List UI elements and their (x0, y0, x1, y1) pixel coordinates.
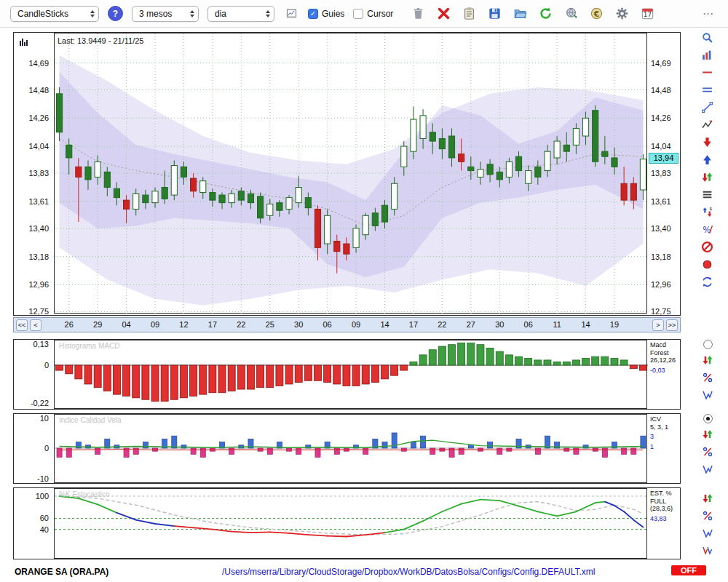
toolbar-overflow-button[interactable]: ⋯ (703, 7, 713, 20)
stochastic-plot[interactable]: %K Estocastico (54, 488, 647, 559)
trash-icon[interactable] (409, 6, 427, 22)
open-folder-icon[interactable] (511, 6, 529, 22)
percent-icon[interactable] (697, 509, 719, 522)
price-tick: 14,04 (28, 142, 49, 151)
trend-line-icon[interactable] (695, 100, 719, 115)
svg-text:17: 17 (644, 11, 652, 18)
interval-select[interactable]: dia (207, 6, 274, 22)
date-label: 30 (495, 320, 504, 329)
record-icon[interactable] (695, 257, 719, 272)
refresh-icon[interactable] (537, 6, 554, 22)
sync-icon[interactable] (695, 274, 719, 290)
euro-globe-icon[interactable]: € (587, 6, 605, 22)
date-label: 22 (438, 320, 446, 329)
date-label: 06 (524, 320, 533, 329)
macd-panel: 0,130-0,22 Histograma MACD Macd Forest 2… (13, 339, 681, 410)
save-icon[interactable] (486, 6, 503, 22)
date-label: 25 (266, 320, 274, 329)
macd-plot[interactable]: Histograma MACD (54, 340, 647, 409)
buy-sell-arrows-icon[interactable] (695, 170, 719, 185)
price-axis-left: 14,6914,4814,2614,0413,8313,6113,4013,18… (14, 33, 54, 315)
date-axis: << < 26290409121722253006091417222730061… (13, 317, 681, 332)
icv-chart (55, 415, 648, 482)
price-tick: 12,96 (651, 280, 671, 289)
scroll-next-button[interactable]: > (652, 319, 664, 331)
checkbox-box (353, 9, 363, 19)
buy-arrow-icon[interactable] (695, 152, 719, 167)
zigzag-icon[interactable] (695, 117, 719, 132)
vv-line-icon[interactable] (697, 544, 719, 557)
chart-type-select[interactable]: CandleSticks (10, 6, 99, 22)
candlestick-plot[interactable] (54, 33, 647, 314)
download-globe-icon[interactable] (562, 6, 579, 22)
price-tick: 14,26 (651, 113, 671, 122)
buy-sell-arrows-icon[interactable] (697, 492, 719, 505)
macd-radio[interactable] (703, 340, 713, 349)
macd-info: Macd Forest 26,12,26 -0,03 (650, 341, 681, 374)
help-button[interactable]: ? (108, 6, 123, 21)
icv-panel: 100-10 Indice Calidad Vela ICV 5, 3, 1 3… (13, 413, 681, 484)
last-price-label: Last: 13.9449 - 21/11/25 (58, 36, 143, 45)
checkbox-box: ✓ (308, 9, 318, 19)
buy-sell-arrows-icon[interactable] (697, 354, 719, 367)
arrows-scale-icon[interactable]: $ (695, 204, 719, 220)
settings-gear-icon[interactable] (613, 6, 630, 22)
date-label: 26 (65, 320, 74, 329)
date-label: 27 (467, 320, 475, 329)
svg-text:$: $ (709, 206, 712, 212)
chart-mini-button[interactable] (283, 7, 299, 20)
stochastic-tick: 40 (40, 525, 49, 534)
price-chart-panel: Last: 13.9449 - 21/11/25 14,6914,4814,26… (13, 32, 681, 316)
chevron-updown-icon (186, 10, 194, 17)
date-label: 30 (294, 320, 303, 329)
chevron-updown-icon (261, 10, 270, 17)
percent-lines-icon[interactable]: % (695, 222, 719, 237)
macd-tick: -0,22 (31, 399, 49, 407)
icv-radio[interactable] (703, 414, 713, 423)
macd-tick: 0 (44, 361, 49, 370)
sell-arrow-icon[interactable] (695, 135, 719, 150)
icv-value: 1 (650, 443, 681, 451)
config-path-link[interactable]: /Users/mserra/Library/CloudStorage/Dropb… (222, 567, 595, 577)
stochastic-info-line: FULL (650, 498, 681, 506)
volume-chart-icon[interactable] (695, 47, 719, 63)
price-tick: 14,48 (28, 86, 49, 95)
cursor-checkbox[interactable]: Cursor (353, 9, 393, 19)
macd-watermark: Histograma MACD (59, 342, 119, 350)
parallel-lines-icon[interactable] (695, 82, 719, 97)
forbidden-icon[interactable] (695, 239, 719, 255)
price-tick: 13,40 (28, 224, 49, 233)
period-select[interactable]: 3 mesos (132, 6, 199, 22)
calendar-icon[interactable]: 17 (638, 6, 656, 22)
guies-checkbox[interactable]: ✓ Guies (308, 9, 344, 19)
top-toolbar: CandleSticks ? 3 mesos dia ✓ Guies Curso… (0, 0, 728, 28)
date-label: 09 (151, 320, 159, 329)
macd-info-line: Macd (650, 341, 681, 349)
list-icon[interactable] (695, 187, 719, 202)
stochastic-tick: 60 (40, 514, 49, 522)
icv-plot[interactable]: Indice Calidad Vela (54, 414, 647, 483)
percent-icon[interactable] (697, 371, 719, 384)
icv-tick: 10 (40, 414, 49, 423)
app-window: CandleSticks ? 3 mesos dia ✓ Guies Curso… (0, 0, 728, 582)
date-label: 22 (237, 320, 245, 329)
v-line-icon[interactable] (697, 463, 719, 476)
scroll-last-button[interactable]: >> (666, 319, 678, 331)
date-label: 19 (610, 320, 619, 329)
icv-tick: -10 (37, 474, 49, 483)
stochastic-info-line: (28,3,6) (650, 505, 681, 513)
v-line-icon[interactable] (697, 388, 719, 402)
v-line-icon[interactable] (697, 527, 719, 540)
date-label: 04 (122, 320, 130, 329)
delete-red-x-icon[interactable] (435, 6, 452, 22)
stochastic-tick: 100 (36, 492, 49, 501)
date-label: 12 (179, 320, 188, 329)
red-line-icon[interactable] (695, 65, 719, 80)
candlestick-chart (55, 33, 648, 314)
icv-value: 3 (650, 433, 681, 441)
buy-sell-arrows-icon[interactable] (697, 428, 719, 441)
macd-info-line: 26,12,26 (650, 356, 681, 364)
zoom-icon[interactable] (695, 30, 719, 45)
percent-icon[interactable] (697, 445, 719, 458)
clipboard-icon[interactable] (460, 6, 478, 22)
